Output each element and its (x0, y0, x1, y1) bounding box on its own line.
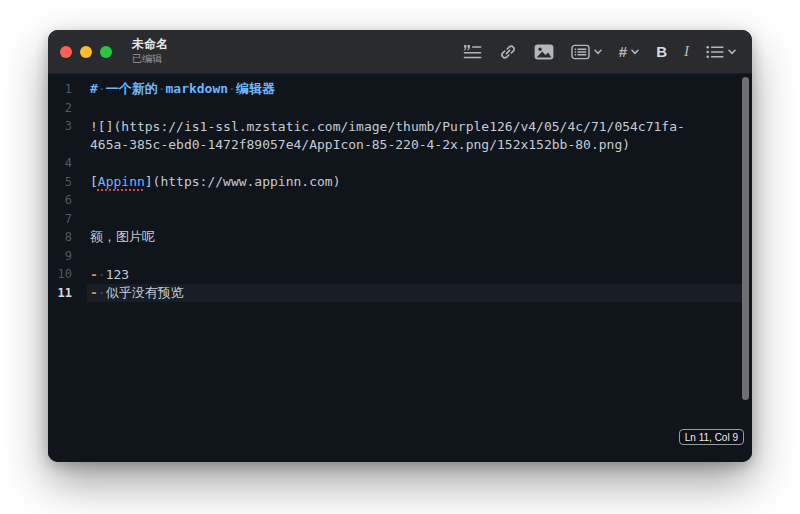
line-number: 7 (48, 212, 72, 226)
chevron-down-icon (728, 49, 736, 55)
line-content: -·123 (90, 267, 129, 282)
line-content: ![](https://is1-ssl.mzstatic.com/image/t… (90, 119, 685, 134)
line-number: 4 (48, 156, 72, 170)
toolbar: # B I (463, 43, 736, 61)
editor-lines: 1#·一个新的·markdown·编辑器23![](https://is1-ss… (48, 74, 752, 302)
line-content: 465a-385c-ebd0-1472f89057e4/AppIcon-85-2… (90, 137, 630, 152)
line-content: 额，图片呢 (90, 228, 155, 246)
line-number: 6 (48, 193, 72, 207)
line-number: 2 (48, 101, 72, 115)
line-number: 8 (48, 230, 72, 244)
document-edited-status: 已编辑 (132, 53, 168, 65)
line-number: 3 (48, 119, 72, 133)
callout-list-button[interactable] (571, 44, 602, 60)
link-button[interactable] (499, 43, 517, 61)
titlebar[interactable]: 未命名 已编辑 (48, 30, 752, 74)
heading-icon: # (619, 43, 627, 60)
list-button[interactable] (706, 45, 736, 59)
line-number: 5 (48, 175, 72, 189)
editor-line[interactable]: 4 (48, 154, 742, 173)
line-number: 11 (48, 286, 72, 300)
blockquote-icon (463, 44, 482, 59)
scrollbar-thumb[interactable] (742, 77, 749, 400)
line-content: [Appinn](https://www.appinn.com) (90, 174, 340, 189)
editor-line[interactable]: 2 (48, 99, 742, 118)
list-icon (706, 45, 724, 59)
markdown-editor-window: 未命名 已编辑 (48, 30, 752, 462)
editor-area[interactable]: 1#·一个新的·markdown·编辑器23![](https://is1-ss… (48, 74, 752, 462)
fullscreen-button[interactable] (100, 46, 112, 58)
editor-line[interactable]: 3![](https://is1-ssl.mzstatic.com/image/… (48, 117, 742, 136)
editor-line[interactable]: 8额，图片呢 (48, 228, 742, 247)
image-icon (534, 44, 554, 60)
editor-line[interactable]: 7 (48, 210, 742, 229)
italic-icon: I (684, 43, 689, 60)
bold-icon: B (656, 43, 667, 60)
chevron-down-icon (594, 49, 602, 55)
line-number: 10 (48, 267, 72, 281)
chevron-down-icon (631, 49, 639, 55)
image-button[interactable] (534, 44, 554, 60)
window-title: 未命名 (132, 38, 168, 52)
blockquote-button[interactable] (463, 44, 482, 59)
editor-line[interactable]: 6 (48, 191, 742, 210)
editor-line[interactable]: 9 (48, 247, 742, 266)
bold-button[interactable]: B (656, 43, 667, 60)
table-of-contents-icon (571, 44, 590, 60)
close-button[interactable] (60, 46, 72, 58)
minimize-button[interactable] (80, 46, 92, 58)
traffic-lights (60, 46, 112, 58)
line-content: #·一个新的·markdown·编辑器 (90, 80, 275, 98)
editor-line[interactable]: 465a-385c-ebd0-1472f89057e4/AppIcon-85-2… (48, 136, 742, 155)
editor-line[interactable]: 5[Appinn](https://www.appinn.com) (48, 173, 742, 192)
line-number: 9 (48, 249, 72, 263)
line-content: -·似乎没有预览 (90, 284, 184, 302)
link-icon (499, 43, 517, 61)
editor-line[interactable]: 11-·似乎没有预览 (48, 284, 742, 303)
line-number: 1 (48, 82, 72, 96)
editor-line[interactable]: 10-·123 (48, 265, 742, 284)
title-block: 未命名 已编辑 (132, 38, 168, 64)
italic-button[interactable]: I (684, 43, 689, 60)
cursor-position-badge: Ln 11, Col 9 (679, 429, 744, 445)
heading-button[interactable]: # (619, 43, 639, 60)
editor-line[interactable]: 1#·一个新的·markdown·编辑器 (48, 80, 742, 99)
